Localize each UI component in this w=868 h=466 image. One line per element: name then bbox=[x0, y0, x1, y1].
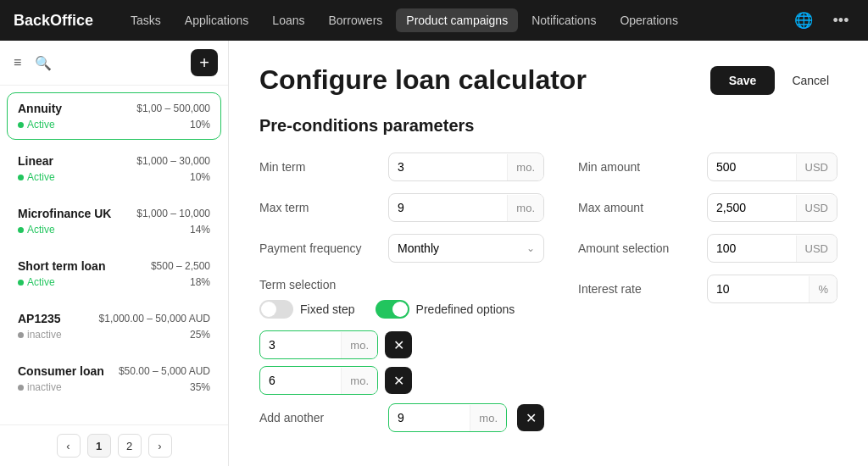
fixed-step-label: Fixed step bbox=[300, 302, 355, 316]
predefined-delete-button[interactable]: ✕ bbox=[385, 367, 412, 394]
min-term-input[interactable] bbox=[389, 153, 507, 180]
payment-freq-select[interactable]: Monthly Weekly Bi-weekly bbox=[389, 235, 543, 262]
cancel-button[interactable]: Cancel bbox=[783, 66, 837, 95]
status-dot bbox=[18, 332, 24, 338]
predefined-options-toggle-knob bbox=[392, 302, 408, 317]
term-selection-label: Term selection bbox=[259, 278, 544, 291]
form-left-col: Min term mo. Max term mo. Payment freque… bbox=[259, 153, 544, 432]
nav-link-notifications[interactable]: Notifications bbox=[521, 8, 606, 32]
save-button[interactable]: Save bbox=[710, 66, 776, 95]
amount-selection-input[interactable] bbox=[708, 235, 796, 262]
min-term-row: Min term mo. bbox=[259, 153, 544, 181]
sidebar-item[interactable]: Linear $1,000 – 30,000 Active 10% bbox=[7, 145, 221, 192]
pagination-next-button[interactable]: › bbox=[148, 434, 172, 458]
add-another-label: Add another bbox=[259, 411, 378, 424]
sidebar-item-rate: 18% bbox=[190, 276, 210, 288]
max-amount-row: Max amount USD bbox=[578, 193, 837, 222]
max-amount-label: Max amount bbox=[578, 201, 697, 214]
fixed-step-toggle-knob bbox=[261, 302, 276, 317]
amount-selection-row: Amount selection USD bbox=[578, 234, 837, 263]
content-header: Configure loan calculator Save Cancel bbox=[259, 64, 837, 96]
interest-rate-input[interactable] bbox=[708, 275, 809, 302]
predefined-delete-button[interactable]: ✕ bbox=[385, 331, 412, 358]
fixed-step-toggle[interactable] bbox=[259, 300, 293, 319]
sidebar-item-name: AP1235 bbox=[18, 312, 61, 325]
sidebar-list: Annuity $1,00 – 500,000 Active 10% Linea… bbox=[0, 86, 228, 424]
predefined-input-group: mo. bbox=[259, 330, 378, 359]
add-another-input[interactable] bbox=[389, 404, 470, 431]
amount-selection-suffix: USD bbox=[796, 236, 837, 262]
nav-link-operations[interactable]: Operations bbox=[609, 8, 687, 32]
sidebar-item-rate: 25% bbox=[190, 329, 210, 341]
predefined-value-input[interactable] bbox=[260, 331, 341, 358]
predefined-value-input[interactable] bbox=[260, 367, 341, 394]
predefined-options-label: Predefined options bbox=[416, 302, 515, 316]
nav-link-product-campaigns[interactable]: Product campaigns bbox=[396, 8, 518, 32]
sidebar-item-range: $1,000 – 10,000 bbox=[136, 208, 210, 219]
status-text: Active bbox=[27, 119, 55, 130]
sidebar-item-status: Active bbox=[18, 171, 55, 183]
add-another-row: Add another mo. ✕ bbox=[259, 403, 544, 432]
sidebar-item-range: $1,000 – 30,000 bbox=[136, 155, 210, 167]
min-amount-suffix: USD bbox=[796, 154, 837, 180]
nav-link-borrowers[interactable]: Borrowers bbox=[319, 8, 393, 32]
max-amount-input[interactable] bbox=[708, 194, 796, 221]
max-term-suffix: mo. bbox=[507, 195, 543, 221]
form-right-col: Min amount USD Max amount USD Amount sel… bbox=[578, 153, 837, 432]
payment-freq-label: Payment frequency bbox=[259, 241, 378, 255]
more-icon[interactable]: ••• bbox=[827, 7, 854, 34]
status-dot bbox=[18, 122, 24, 128]
interest-rate-suffix: % bbox=[809, 276, 837, 302]
predefined-rows: mo. ✕ mo. ✕ bbox=[259, 330, 544, 395]
filter-icon[interactable]: ≡ bbox=[10, 52, 25, 74]
min-term-label: Min term bbox=[259, 160, 378, 174]
add-another-delete-button[interactable]: ✕ bbox=[517, 404, 544, 431]
status-text: Active bbox=[27, 171, 55, 183]
interest-rate-input-group: % bbox=[707, 275, 837, 303]
sidebar-item[interactable]: Consumer loan $50.00 – 5,000 AUD inactiv… bbox=[7, 355, 221, 402]
min-amount-input[interactable] bbox=[708, 153, 796, 180]
section-title: Pre-conditions parameters bbox=[259, 116, 837, 136]
sidebar-item-range: $500 – 2,500 bbox=[151, 260, 210, 272]
main-layout: ≡ 🔍 + Annuity $1,00 – 500,000 Active 10%… bbox=[0, 41, 868, 466]
max-term-input[interactable] bbox=[389, 194, 507, 221]
payment-freq-select-group: Monthly Weekly Bi-weekly ⌄ bbox=[388, 234, 544, 263]
sidebar-item-status: Active bbox=[18, 276, 55, 288]
status-text: Active bbox=[27, 276, 55, 288]
pagination-prev-button[interactable]: ‹ bbox=[57, 434, 81, 458]
sidebar-item[interactable]: Microfinance UK $1,000 – 10,000 Active 1… bbox=[7, 197, 221, 245]
max-amount-suffix: USD bbox=[796, 195, 837, 221]
max-term-label: Max term bbox=[259, 201, 378, 214]
add-another-suffix: mo. bbox=[470, 405, 506, 431]
nav-link-loans[interactable]: Loans bbox=[262, 8, 314, 32]
sidebar-item-rate: 10% bbox=[190, 119, 210, 130]
sidebar-item[interactable]: AP1235 $1,000.00 – 50,000 AUD inactive 2… bbox=[7, 302, 221, 350]
sidebar-item-status: inactive bbox=[18, 329, 62, 341]
sidebar-item-range: $1,00 – 500,000 bbox=[136, 103, 210, 114]
min-amount-input-group: USD bbox=[707, 153, 837, 181]
sidebar-item[interactable]: Annuity $1,00 – 500,000 Active 10% bbox=[7, 92, 221, 140]
status-text: inactive bbox=[27, 381, 62, 393]
interest-rate-row: Interest rate % bbox=[578, 275, 837, 303]
sidebar-item-status: Active bbox=[18, 119, 55, 130]
nav-link-tasks[interactable]: Tasks bbox=[120, 8, 171, 32]
nav-link-applications[interactable]: Applications bbox=[175, 8, 259, 32]
sidebar-item[interactable]: Short term loan $500 – 2,500 Active 18% bbox=[7, 250, 221, 297]
min-term-suffix: mo. bbox=[507, 154, 543, 180]
sidebar-item-rate: 14% bbox=[190, 224, 210, 236]
pagination-page-2-button[interactable]: 2 bbox=[118, 434, 142, 458]
max-amount-input-group: USD bbox=[707, 193, 837, 222]
sidebar-item-range: $50.00 – 5,000 AUD bbox=[119, 365, 210, 377]
pagination-page-1-button[interactable]: 1 bbox=[87, 434, 111, 458]
predefined-options-toggle[interactable] bbox=[376, 300, 409, 319]
add-campaign-button[interactable]: + bbox=[191, 49, 218, 76]
globe-icon[interactable]: 🌐 bbox=[790, 7, 817, 34]
sidebar-item-rate: 10% bbox=[190, 171, 210, 183]
search-icon[interactable]: 🔍 bbox=[31, 52, 55, 75]
predefined-row: mo. ✕ bbox=[259, 330, 544, 359]
sidebar-item-rate: 35% bbox=[190, 381, 210, 393]
payment-freq-row: Payment frequency Monthly Weekly Bi-week… bbox=[259, 234, 544, 263]
params-form: Min term mo. Max term mo. Payment freque… bbox=[259, 153, 837, 432]
sidebar: ≡ 🔍 + Annuity $1,00 – 500,000 Active 10%… bbox=[0, 41, 229, 466]
sidebar-item-name: Consumer loan bbox=[18, 364, 104, 378]
